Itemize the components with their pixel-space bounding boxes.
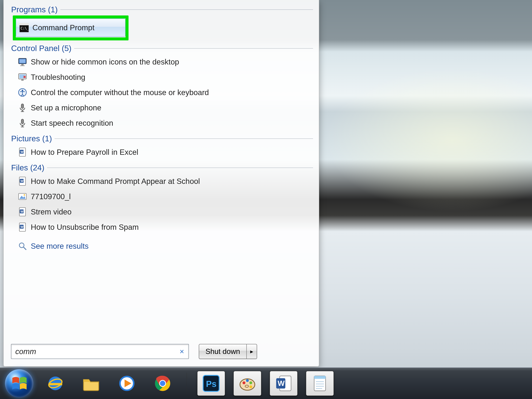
start-menu-bottom-bar: × Shut down ▸ — [4, 340, 319, 366]
image-file-icon — [18, 192, 27, 201]
taskbar-notepad[interactable] — [306, 371, 334, 396]
taskbar-ie[interactable] — [42, 371, 69, 395]
taskbar-separator — [187, 373, 187, 394]
ease-of-access-icon — [18, 88, 27, 97]
category-header-programs: Programs (1) — [8, 2, 315, 15]
svg-rect-12 — [21, 104, 24, 108]
svg-point-11 — [22, 90, 23, 91]
svg-point-45 — [243, 381, 245, 384]
svg-text:W: W — [20, 150, 23, 154]
word-doc-icon: W — [18, 177, 27, 186]
svg-rect-9 — [21, 79, 24, 81]
taskbar-explorer[interactable] — [77, 371, 105, 395]
result-label: How to Make Command Prompt Appear at Sch… — [31, 177, 200, 186]
result-strem-video[interactable]: W Strem video — [8, 204, 315, 219]
result-label: How to Prepare Payroll in Excel — [31, 148, 138, 157]
svg-rect-4 — [19, 59, 25, 63]
see-more-results-link[interactable]: See more results — [8, 235, 315, 256]
svg-text:C:\_: C:\_ — [21, 26, 29, 30]
result-troubleshooting[interactable]: Troubleshooting — [8, 70, 315, 85]
taskbar-word[interactable]: W — [270, 371, 298, 396]
search-input[interactable] — [11, 347, 175, 356]
see-more-label: See more results — [31, 241, 89, 251]
svg-text:Ps: Ps — [206, 379, 216, 389]
category-header-pictures: Pictures (1) — [8, 131, 315, 145]
result-label: Control the computer without the mouse o… — [31, 88, 209, 97]
word-doc-icon: W — [18, 147, 27, 157]
close-icon: × — [180, 347, 184, 356]
svg-line-34 — [24, 247, 26, 250]
result-show-hide-desktop-icons[interactable]: Show or hide common icons on the desktop — [8, 54, 315, 70]
start-menu-search-panel: Programs (1) C:\_ Command Prompt Control… — [3, 0, 319, 367]
result-label: Start speech recognition — [31, 119, 113, 127]
cmd-icon: C:\_ — [19, 23, 29, 32]
taskbar-photoshop[interactable]: Ps — [197, 371, 225, 396]
shutdown-label: Shut down — [205, 347, 240, 356]
svg-rect-1 — [19, 23, 29, 25]
svg-text:W: W — [20, 210, 23, 213]
shutdown-options-button[interactable]: ▸ — [247, 344, 257, 359]
result-how-to-unsubscribe-from-spam[interactable]: W How to Unsubscribe from Spam — [8, 219, 315, 235]
svg-point-47 — [249, 381, 252, 384]
svg-rect-6 — [20, 65, 25, 66]
svg-rect-5 — [21, 64, 24, 65]
paint-icon — [238, 374, 257, 393]
result-label: Command Prompt — [32, 23, 95, 32]
divider — [74, 48, 313, 49]
svg-point-48 — [249, 385, 252, 388]
photoshop-icon: Ps — [202, 374, 220, 393]
result-command-prompt[interactable]: C:\_ Command Prompt — [16, 19, 126, 37]
category-title: Pictures (1) — [11, 134, 52, 143]
magnifier-icon — [18, 241, 27, 251]
result-how-to-prepare-payroll-excel[interactable]: W How to Prepare Payroll in Excel — [8, 145, 315, 160]
folder-icon — [82, 374, 100, 393]
category-title: Programs (1) — [11, 5, 58, 14]
svg-rect-54 — [314, 376, 326, 379]
monitor-icon — [18, 57, 27, 66]
result-label: How to Unsubscribe from Spam — [31, 223, 139, 232]
word-doc-icon: W — [18, 207, 27, 216]
category-header-files: Files (24) — [8, 160, 315, 174]
result-ease-of-access-center[interactable]: Control the computer without the mouse o… — [8, 85, 315, 100]
svg-text:W: W — [20, 179, 23, 183]
result-set-up-microphone[interactable]: Set up a microphone — [8, 100, 315, 115]
result-label: Set up a microphone — [31, 103, 101, 112]
result-77109700-l[interactable]: 77109700_l — [8, 189, 315, 204]
taskbar: Ps W — [0, 367, 532, 399]
taskbar-media-player[interactable] — [113, 371, 140, 395]
start-button[interactable] — [5, 369, 33, 398]
category-title: Files (24) — [11, 163, 44, 172]
svg-point-49 — [245, 385, 248, 387]
svg-text:W: W — [278, 379, 285, 387]
chrome-icon — [153, 374, 172, 393]
search-box-wrap: × — [11, 344, 189, 359]
result-start-speech-recognition[interactable]: Start speech recognition — [8, 115, 315, 131]
svg-point-26 — [24, 194, 25, 196]
result-how-to-make-cmd-appear-at-school[interactable]: W How to Make Command Prompt Appear at S… — [8, 174, 315, 189]
clear-search-button[interactable]: × — [175, 344, 189, 359]
shutdown-button[interactable]: Shut down — [199, 344, 247, 359]
category-title: Control Panel (5) — [11, 44, 71, 53]
result-label: Strem video — [31, 207, 71, 216]
highlight-frame: C:\_ Command Prompt — [13, 15, 128, 40]
category-header-control-panel: Control Panel (5) — [8, 40, 315, 54]
search-results-area: Programs (1) C:\_ Command Prompt Control… — [4, 0, 319, 340]
result-label: 77109700_l — [31, 192, 71, 201]
svg-point-46 — [246, 379, 249, 382]
media-player-icon — [118, 374, 136, 393]
svg-text:W: W — [20, 225, 23, 228]
taskbar-chrome[interactable] — [149, 371, 176, 395]
svg-rect-15 — [21, 119, 24, 124]
divider — [55, 139, 313, 139]
word-icon: W — [274, 374, 293, 393]
troubleshooting-icon — [18, 72, 27, 82]
divider — [60, 9, 313, 10]
svg-point-41 — [160, 381, 165, 386]
taskbar-paint[interactable] — [234, 371, 261, 396]
divider — [47, 168, 313, 168]
result-label: Troubleshooting — [31, 73, 85, 82]
microphone-icon — [18, 118, 27, 128]
microphone-icon — [18, 103, 27, 112]
notepad-icon — [311, 374, 329, 393]
shutdown-button-group: Shut down ▸ — [199, 344, 257, 359]
